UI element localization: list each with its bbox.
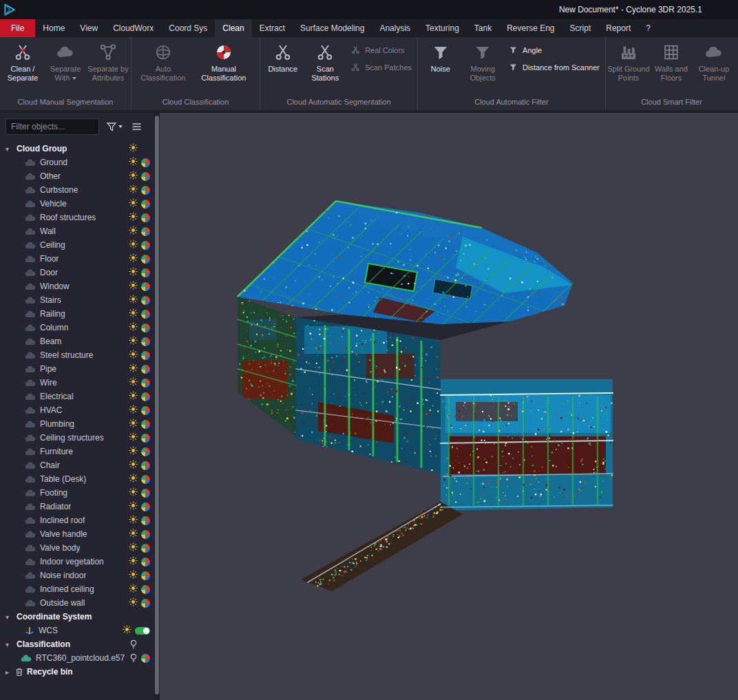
- classification-pie-icon[interactable]: [141, 172, 150, 181]
- noise-button[interactable]: Noise: [419, 39, 462, 74]
- tree-group-cloud-group[interactable]: ▾ Cloud Group: [0, 142, 160, 156]
- chevron-collapsed-icon[interactable]: ▸: [6, 668, 15, 676]
- classification-pie-icon[interactable]: [141, 296, 150, 305]
- scan-patches-button[interactable]: Scan Patches: [350, 60, 412, 75]
- visibility-sun-icon[interactable]: [129, 240, 138, 251]
- clean-separate-button[interactable]: Clean / Separate: [1, 39, 44, 82]
- tree-group-coordinate-system[interactable]: ▾ Coordinate System: [0, 610, 160, 624]
- tree-item-curbstone[interactable]: Curbstone: [0, 183, 160, 197]
- clean-up-tunnel-button[interactable]: Clean-up Tunnel: [693, 39, 735, 82]
- tree-item-table-desk[interactable]: Table (Desk): [0, 472, 160, 486]
- tab-reverse-eng[interactable]: Reverse Eng: [499, 19, 562, 37]
- visibility-sun-icon[interactable]: [129, 322, 138, 333]
- tree-group-recycle-bin[interactable]: ▸ Recycle bin: [0, 665, 160, 679]
- tree-item-plumbing[interactable]: Plumbing: [0, 417, 160, 431]
- classification-pie-icon[interactable]: [141, 420, 150, 429]
- filter-button[interactable]: [105, 120, 124, 134]
- visibility-sun-icon[interactable]: [129, 267, 138, 278]
- manual-classification-button[interactable]: Manual Classification: [193, 39, 254, 82]
- filter-objects-input[interactable]: [6, 118, 99, 135]
- visibility-sun-icon[interactable]: [129, 584, 138, 595]
- tab-report[interactable]: Report: [598, 19, 638, 37]
- tree-item-column[interactable]: Column: [0, 321, 160, 335]
- tree-item-vehicle[interactable]: Vehicle: [0, 197, 160, 211]
- tab-script[interactable]: Script: [562, 19, 599, 37]
- visibility-sun-icon[interactable]: [129, 597, 138, 608]
- viewport-3d[interactable]: [160, 113, 738, 700]
- tree-item-indoor-vegetation[interactable]: Indoor vegetation: [0, 555, 160, 569]
- tree-group-classification[interactable]: ▾ Classification: [0, 637, 160, 651]
- visibility-sun-icon[interactable]: [129, 391, 138, 402]
- tree-item-pipe[interactable]: Pipe: [0, 362, 160, 376]
- visibility-sun-icon[interactable]: [129, 336, 138, 347]
- separate-by-attributes-button[interactable]: Separate by Attributes: [87, 39, 129, 82]
- tab-coord-sys[interactable]: Coord Sys: [161, 19, 215, 37]
- tab-surface-modeling[interactable]: Surface Modeling: [293, 19, 372, 37]
- visibility-sun-icon[interactable]: [129, 405, 138, 416]
- classification-pie-icon[interactable]: [141, 310, 150, 319]
- tree-item-ceiling-structures[interactable]: Ceiling structures: [0, 431, 160, 445]
- visibility-sun-icon[interactable]: [129, 184, 138, 195]
- tree-item-railing[interactable]: Railing: [0, 307, 160, 321]
- separate-with-button[interactable]: Separate With: [44, 39, 87, 82]
- tree-item-door[interactable]: Door: [0, 266, 160, 279]
- tab-home[interactable]: Home: [35, 19, 72, 37]
- tab-texturing[interactable]: Texturing: [418, 19, 467, 37]
- classification-pie-icon[interactable]: [141, 365, 150, 374]
- visibility-sun-icon[interactable]: [129, 281, 138, 292]
- tab-file[interactable]: File: [0, 19, 35, 37]
- visibility-sun-icon[interactable]: [129, 446, 138, 457]
- distance-button[interactable]: Distance: [262, 39, 304, 74]
- classification-pie-icon[interactable]: [141, 213, 150, 222]
- tab-view[interactable]: View: [72, 19, 105, 37]
- split-ground-points-button[interactable]: Split Ground Points: [607, 39, 650, 82]
- visibility-sun-icon[interactable]: [129, 460, 138, 471]
- tree-item-footing[interactable]: Footing: [0, 486, 160, 500]
- tab-tab[interactable]: ?: [638, 19, 658, 37]
- moving-objects-button[interactable]: Moving Objects: [462, 39, 505, 82]
- real-colors-button[interactable]: Real Colors: [350, 43, 412, 58]
- tree-item-window[interactable]: Window: [0, 279, 160, 293]
- visibility-sun-icon[interactable]: [129, 226, 138, 237]
- auto-classification-button[interactable]: Auto Classification: [133, 39, 193, 82]
- chevron-expanded-icon[interactable]: ▾: [6, 613, 15, 621]
- visibility-sun-icon[interactable]: [129, 377, 138, 388]
- chevron-expanded-icon[interactable]: ▾: [6, 145, 15, 153]
- tree-item-inclined-roof[interactable]: Inclined roof: [0, 513, 160, 527]
- wcs-toggle[interactable]: [135, 627, 150, 635]
- tab-clean[interactable]: Clean: [215, 19, 251, 37]
- visibility-sun-icon[interactable]: [129, 515, 138, 526]
- visibility-sun-icon[interactable]: [129, 556, 138, 567]
- tab-extract[interactable]: Extract: [252, 19, 293, 37]
- visibility-sun-icon[interactable]: [129, 308, 138, 319]
- chevron-expanded-icon[interactable]: ▾: [6, 641, 15, 648]
- classification-pie-icon[interactable]: [141, 558, 150, 566]
- tree-item-ceiling[interactable]: Ceiling: [0, 238, 160, 252]
- lightbulb-icon[interactable]: [129, 639, 138, 649]
- classification-pie-icon[interactable]: [141, 351, 150, 360]
- visibility-sun-icon[interactable]: [129, 474, 138, 485]
- visibility-sun-icon[interactable]: [129, 350, 138, 361]
- classification-pie-icon[interactable]: [141, 227, 150, 236]
- tree-item-stairs[interactable]: Stairs: [0, 293, 160, 307]
- visibility-sun-icon[interactable]: [129, 570, 138, 581]
- visibility-sun-icon[interactable]: [129, 198, 138, 209]
- tree-item-outside-wall[interactable]: Outside wall: [0, 596, 160, 610]
- visibility-sun-icon[interactable]: [129, 432, 138, 443]
- tree-item-wire[interactable]: Wire: [0, 376, 160, 390]
- tree-item-inclined-ceiling[interactable]: Inclined ceiling: [0, 582, 160, 596]
- tab-tank[interactable]: Tank: [467, 19, 499, 37]
- lightbulb-icon[interactable]: [129, 653, 138, 663]
- classification-pie-icon[interactable]: [141, 324, 150, 332]
- classification-pie-icon[interactable]: [141, 447, 150, 456]
- visibility-sun-icon[interactable]: [129, 542, 138, 553]
- visibility-sun-icon[interactable]: [123, 625, 131, 636]
- visibility-sun-icon[interactable]: [129, 418, 138, 429]
- tab-analysis[interactable]: Analysis: [372, 19, 418, 37]
- classification-pie-icon[interactable]: [141, 516, 150, 525]
- classification-pie-icon[interactable]: [141, 186, 150, 195]
- classification-pie-icon[interactable]: [141, 571, 150, 580]
- classification-pie-icon[interactable]: [141, 158, 150, 167]
- tree-item-wall[interactable]: Wall: [0, 224, 160, 238]
- tree-item-roof-structures[interactable]: Roof structures: [0, 211, 160, 224]
